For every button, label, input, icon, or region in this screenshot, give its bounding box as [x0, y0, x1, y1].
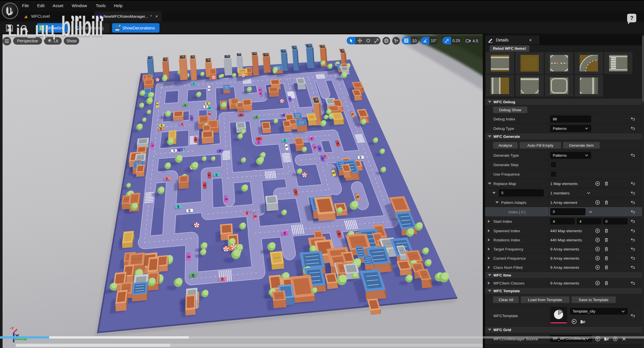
camera-speed[interactable]: 4.5 — [464, 37, 480, 45]
grid-snap-toggle[interactable] — [402, 37, 410, 44]
angle-snap-toggle[interactable] — [421, 37, 429, 44]
add-element-icon[interactable] — [595, 228, 600, 233]
collapse-arrow-icon[interactable] — [488, 101, 491, 103]
viewport-lit-button[interactable]: Lit — [44, 37, 62, 45]
delete-elements-icon[interactable] — [604, 265, 609, 270]
section-header[interactable]: WFC Template — [485, 288, 642, 294]
column-splitter[interactable] — [549, 114, 549, 124]
checkbox-generate-step[interactable] — [551, 162, 556, 167]
tab-asset-editor[interactable]: NewWFCRolesManager... * ✕ — [94, 11, 162, 21]
thumbnail-tile-road-edge[interactable] — [486, 75, 514, 97]
menu-tools[interactable]: Tools — [96, 3, 106, 8]
expander-icon[interactable] — [488, 248, 490, 250]
start-index-0[interactable]: 4 — [550, 218, 575, 224]
column-splitter[interactable] — [549, 198, 549, 207]
column-splitter[interactable] — [549, 244, 549, 253]
column-splitter[interactable] — [549, 188, 549, 198]
tab-details[interactable]: Details ✕ — [485, 35, 539, 45]
column-splitter[interactable] — [549, 160, 549, 169]
reset-to-default-icon[interactable] — [630, 190, 635, 196]
column-splitter[interactable] — [549, 124, 549, 133]
thumbnail-tile-curve[interactable] — [575, 52, 603, 74]
thumbnail-tile-road-end[interactable] — [515, 75, 544, 97]
column-splitter[interactable] — [549, 151, 549, 160]
video-progress-bar[interactable] — [0, 336, 644, 339]
reset-to-default-icon[interactable] — [630, 228, 635, 233]
collapse-arrow-icon[interactable] — [488, 136, 491, 138]
index-chevron-icon[interactable] — [589, 210, 593, 214]
reset-to-default-icon[interactable] — [630, 265, 635, 270]
menu-edit[interactable]: Edit — [37, 3, 45, 8]
transform-tools[interactable] — [347, 37, 380, 44]
delete-elements-icon[interactable] — [604, 237, 609, 242]
expander-icon[interactable] — [495, 201, 499, 203]
delete-elements-icon[interactable] — [604, 181, 609, 186]
expander-icon[interactable] — [492, 192, 496, 194]
column-splitter[interactable] — [549, 217, 549, 226]
column-splitter[interactable] — [549, 333, 549, 344]
column-splitter[interactable] — [549, 179, 549, 188]
members-chevron-icon[interactable] — [587, 191, 591, 195]
world-space-button[interactable] — [382, 37, 390, 45]
thumbnail-tile-road-vertical[interactable] — [575, 75, 603, 97]
help-button[interactable]: ? — [627, 14, 636, 22]
reset-to-default-icon[interactable] — [630, 313, 635, 318]
scale-snap-toggle[interactable] — [442, 37, 451, 44]
scale-snap-value[interactable]: 0.25 — [451, 37, 461, 44]
reload-wfc-items-button[interactable]: Relod WFC Items! — [490, 45, 529, 52]
show-grid-button[interactable]: ShowGrid — [37, 23, 69, 33]
collapse-arrow-icon[interactable] — [488, 290, 491, 292]
button-auto-fill-empty[interactable]: Auto Fill Empty — [520, 142, 561, 148]
column-splitter[interactable] — [549, 226, 549, 235]
start-index-2[interactable]: 0 — [603, 218, 627, 224]
browse-asset-icon[interactable] — [20, 24, 29, 33]
delete-elements-icon[interactable] — [604, 256, 609, 260]
add-element-icon[interactable] — [595, 181, 600, 186]
index-value-dropdown[interactable]: 0 — [550, 208, 585, 215]
browse-to-asset-icon[interactable] — [580, 319, 586, 325]
show-debug-button[interactable]: ShowDebug — [72, 23, 109, 33]
save-icon[interactable] — [5, 24, 14, 33]
reset-to-default-icon[interactable] — [630, 237, 635, 242]
scale-tool-button[interactable] — [372, 37, 380, 44]
details-close-icon[interactable]: ✕ — [529, 38, 532, 42]
reset-to-default-icon[interactable] — [630, 181, 635, 186]
expander-icon[interactable] — [488, 229, 490, 232]
thumbnail-tile-plaza[interactable] — [545, 75, 573, 97]
column-splitter[interactable] — [549, 305, 549, 326]
level-indicator[interactable]: WFCLevel — [24, 13, 50, 20]
menu-file[interactable]: File — [22, 3, 29, 8]
section-header[interactable]: WFC Debug — [485, 99, 642, 105]
asset-tab-close-icon[interactable]: ✕ — [155, 14, 158, 19]
grid-snap-value[interactable]: 10 — [410, 37, 418, 44]
start-index-1[interactable]: 4 — [577, 218, 601, 224]
viewport-menu-button[interactable] — [3, 37, 11, 45]
expander-icon[interactable] — [488, 220, 490, 223]
scale-snap[interactable]: 0.25 — [442, 37, 461, 44]
button-generate-item[interactable]: Generate Item — [563, 142, 600, 148]
thumbnail-tile-intersection[interactable] — [545, 52, 573, 74]
show-decorations-button[interactable]: ShowDecorations — [112, 23, 159, 33]
viewport-perspective-button[interactable]: Perspective — [13, 37, 42, 45]
angle-snap[interactable]: 10° — [421, 37, 438, 44]
select-tool-button[interactable] — [347, 37, 356, 44]
delete-elements-icon[interactable] — [604, 228, 609, 233]
reset-to-default-icon[interactable] — [630, 281, 635, 286]
viewport-3d[interactable] — [0, 34, 485, 348]
move-tool-button[interactable] — [356, 37, 364, 44]
column-splitter[interactable] — [549, 279, 549, 287]
add-element-icon[interactable] — [595, 281, 600, 285]
column-splitter[interactable] — [549, 263, 549, 272]
viewport-panel-divider[interactable] — [483, 34, 485, 348]
button-clear-all[interactable]: Clear All — [493, 296, 519, 303]
viewport-show-button[interactable]: Show — [64, 37, 79, 45]
reset-to-default-icon[interactable] — [630, 153, 635, 158]
expander-icon[interactable] — [488, 266, 490, 269]
reset-to-default-icon[interactable] — [630, 116, 635, 122]
button-load-from-template[interactable]: Load from Template — [521, 296, 569, 303]
section-header[interactable]: WFC Itme — [485, 272, 642, 279]
menu-window[interactable]: Window — [72, 3, 87, 8]
column-splitter[interactable] — [549, 207, 549, 216]
add-element-icon[interactable] — [595, 200, 600, 205]
thumbnail-tile-crosswalk[interactable] — [604, 52, 633, 74]
